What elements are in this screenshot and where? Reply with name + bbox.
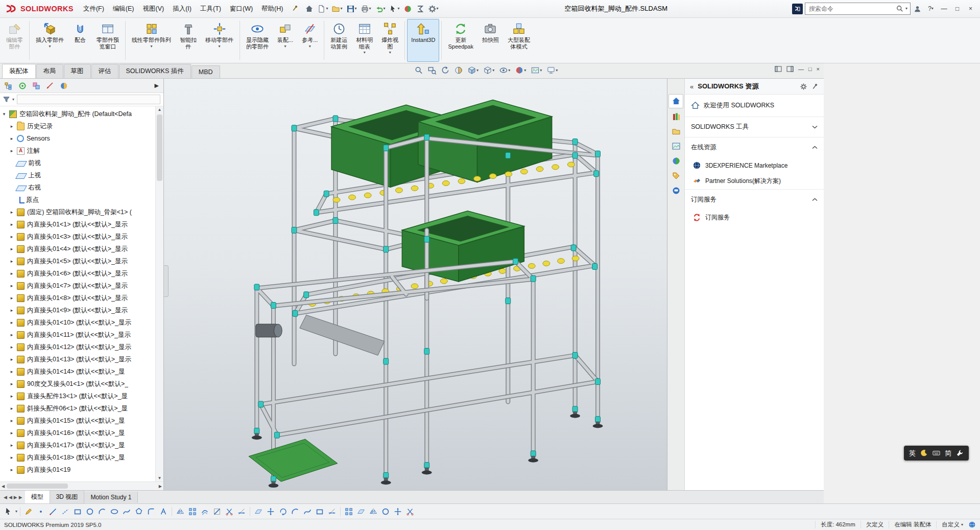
expand-arrow-icon[interactable]: ▸ xyxy=(9,222,14,227)
convert-entities-tool-icon[interactable] xyxy=(211,506,223,517)
expand-arrow-icon[interactable]: ▸ xyxy=(9,124,14,129)
menu-edit[interactable]: 编辑(E) xyxy=(109,3,138,15)
scroll-left-icon[interactable]: ◀ xyxy=(2,484,5,489)
view-settings-button[interactable]: ▾ xyxy=(545,65,559,76)
assembly-features-button[interactable]: 装配...▾ xyxy=(273,19,297,62)
expand-arrow-icon[interactable]: ▸ xyxy=(9,467,14,472)
marketplace-link[interactable]: 3DEXPERIENCE Marketplace xyxy=(685,157,824,173)
expand-arrow-icon[interactable]: ▸ xyxy=(9,259,14,264)
expand-arrow-icon[interactable]: ▸ xyxy=(9,455,14,460)
tree-item[interactable]: ▸注解 xyxy=(0,145,155,157)
panel-splitter-handle[interactable] xyxy=(164,265,169,297)
appearances-scenes-tab[interactable] xyxy=(669,154,683,168)
tree-item[interactable]: ▸内直接头01<14> (默认<<默认>_显 xyxy=(0,365,155,378)
close-button[interactable]: × xyxy=(964,3,977,14)
tab-sketch[interactable]: 草图 xyxy=(64,64,91,78)
line-tool-icon[interactable] xyxy=(47,506,59,517)
menu-tools[interactable]: 工具(T) xyxy=(196,3,225,15)
scrollbar-thumb[interactable] xyxy=(7,483,68,489)
tree-item[interactable]: ▸内直接头01<17> (默认<<默认>_显 xyxy=(0,439,155,451)
tab-model[interactable]: 模型 xyxy=(25,491,50,503)
filter-funnel-icon[interactable] xyxy=(3,96,10,103)
point-tool-icon[interactable] xyxy=(35,506,46,517)
featuremanager-tab-icon[interactable] xyxy=(5,82,13,90)
dimxpertmanager-tab-icon[interactable] xyxy=(46,82,54,90)
minimize-button[interactable]: — xyxy=(938,3,950,14)
gear-icon[interactable] xyxy=(800,83,807,90)
web-globe-icon[interactable] xyxy=(968,521,976,528)
tree-horizontal-scrollbar[interactable]: ◀▶ xyxy=(0,481,163,490)
expand-arrow-icon[interactable]: ▸ xyxy=(9,332,14,337)
tab-scroll-controls[interactable]: ◀◀▶▶ xyxy=(1,495,25,500)
doc-restore-button[interactable]: □ xyxy=(808,66,812,72)
ellipse-tool-icon[interactable] xyxy=(109,506,120,517)
command-search-box[interactable]: ▾ xyxy=(805,3,911,15)
arc-tool-icon[interactable] xyxy=(290,506,301,517)
tree-item[interactable]: 右视 xyxy=(0,181,155,194)
solidworks-forum-tab[interactable] xyxy=(669,184,683,197)
filter-dropdown-icon[interactable]: ▾ xyxy=(12,98,14,102)
move-component-button[interactable]: 移动零部件▾ xyxy=(201,19,237,62)
solidworks-resources-tab[interactable] xyxy=(668,94,683,108)
tab-assembly[interactable]: 装配体 xyxy=(2,64,36,78)
partner-solutions-link[interactable]: Partner Solutions(解决方案) xyxy=(685,173,824,189)
tree-vertical-scrollbar[interactable]: ▲▼ xyxy=(155,106,163,481)
component-preview-button[interactable]: 零部件预 览窗口 xyxy=(92,19,123,62)
menu-window[interactable]: 窗口(W) xyxy=(226,3,257,15)
circle-tool-icon[interactable] xyxy=(84,506,95,517)
tree-item[interactable]: ▸内直接头01<19 xyxy=(0,464,155,476)
take-snapshot-button[interactable]: 拍快照 xyxy=(478,19,503,62)
file-explorer-tab[interactable] xyxy=(669,125,683,138)
tab-3d-views[interactable]: 3D 视图 xyxy=(50,491,85,503)
tree-item[interactable]: ▸内直接头01<9> (默认<<默认>_显示 xyxy=(0,304,155,316)
section-subscription[interactable]: 订阅服务 xyxy=(685,189,824,210)
offset-tool-icon[interactable] xyxy=(199,506,210,517)
expand-arrow-icon[interactable]: ▸ xyxy=(9,271,14,276)
search-icon[interactable] xyxy=(896,5,903,12)
ime-toolbar[interactable]: 英 简 xyxy=(904,446,969,460)
large-assembly-mode-button[interactable]: 大型装配 体模式 xyxy=(504,19,534,62)
collapse-pane-icon[interactable]: « xyxy=(690,83,694,90)
plane-tool-icon[interactable] xyxy=(253,506,264,517)
tree-item[interactable]: ▸斜接头配件06<1> (默认<<默认>_显 xyxy=(0,402,155,414)
smart-fasteners-button[interactable]: 智能扣 件 xyxy=(176,19,201,62)
instant3d-button[interactable]: Instant3D xyxy=(407,19,439,62)
tree-item[interactable]: ▸内直接头01<13> (默认<<默认>_显示 xyxy=(0,353,155,365)
tab-evaluate[interactable]: 评估 xyxy=(91,64,118,78)
help-button[interactable]: ?▾ xyxy=(924,3,937,14)
tree-item[interactable]: ▸内直接头01<7> (默认<<默认>_显示 xyxy=(0,280,155,292)
view-palette-tab[interactable] xyxy=(669,140,683,153)
linear-pattern-button[interactable]: 线性零部件阵列▾ xyxy=(128,19,175,62)
mate-button[interactable]: 配合 xyxy=(68,19,92,62)
spline-tool-icon[interactable] xyxy=(302,506,313,517)
moon-icon[interactable] xyxy=(920,449,928,457)
menu-insert[interactable]: 插入(I) xyxy=(169,3,196,15)
insert-component-button[interactable]: 插入零部件▾ xyxy=(32,19,68,62)
tab-layout[interactable]: 布局 xyxy=(36,64,63,78)
expand-arrow-icon[interactable]: ▸ xyxy=(9,295,14,301)
expand-arrow-icon[interactable]: ▸ xyxy=(9,430,14,435)
tree-item[interactable]: ▸(固定) 空箱回收料架_脚动_骨架<1> ( xyxy=(0,206,155,218)
keyboard-icon[interactable] xyxy=(933,449,940,457)
tree-item[interactable]: ▸内直接头01<4> (默认<<默认>_显示 xyxy=(0,243,155,255)
ime-language-indicator[interactable]: 英 xyxy=(909,449,916,458)
panel-expand-icon[interactable]: ▶ xyxy=(155,82,159,89)
show-hidden-components-button[interactable]: 显示隐藏 的零部件 xyxy=(242,19,273,62)
pane-toggle-icon[interactable] xyxy=(775,66,782,72)
tree-item[interactable]: ▸内直接头01<18> (默认<<默认>_显 xyxy=(0,451,155,464)
expand-arrow-icon[interactable]: ▸ xyxy=(9,246,14,251)
tab-addins[interactable]: SOLIDWORKS 插件 xyxy=(119,64,191,78)
expand-arrow-icon[interactable]: ▸ xyxy=(9,308,14,313)
save-button[interactable]: ▾ xyxy=(345,4,358,14)
zoom-fit-button[interactable] xyxy=(413,65,424,76)
tree-item[interactable]: ▸Sensors xyxy=(0,132,155,145)
tab-motion-study[interactable]: Motion Study 1 xyxy=(84,492,138,503)
update-speedpak-button[interactable]: 更新 Speedpak xyxy=(444,19,477,62)
expand-arrow-icon[interactable]: ▸ xyxy=(9,344,14,350)
tree-item[interactable]: ▸内直接头01<1> (默认<<默认>_显示 xyxy=(0,218,155,231)
search-dropdown-icon[interactable]: ▾ xyxy=(905,7,907,11)
tree-item[interactable]: ▸直接头配件13<1> (默认<<默认>_显 xyxy=(0,390,155,402)
scroll-right-icon[interactable]: ▶ xyxy=(159,484,162,489)
doc-close-button[interactable]: × xyxy=(817,66,820,72)
expand-arrow-icon[interactable]: ▸ xyxy=(9,283,14,288)
